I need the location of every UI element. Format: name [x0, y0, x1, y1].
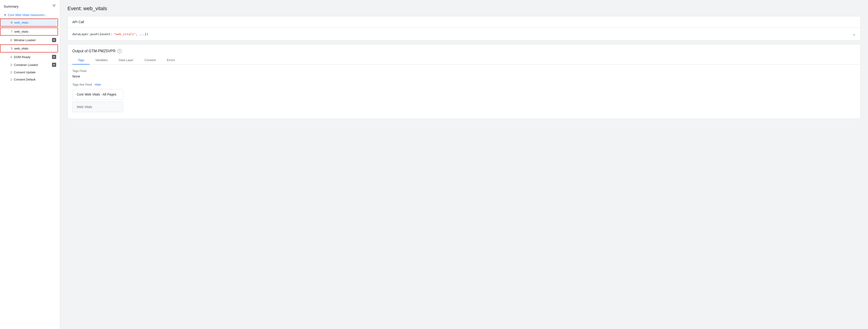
- item-label-4: DOM Ready: [14, 55, 51, 59]
- item-number-2: 2: [7, 71, 12, 74]
- item-label-5: web_vitals: [14, 47, 54, 50]
- chevron-icon: ▼: [4, 13, 6, 17]
- tab-content-tags: Tags Fired None Tags Not Fired Hide Core…: [68, 64, 860, 119]
- output-header: Output of GTM-PMZ5VPR ?: [68, 45, 860, 53]
- tabs-bar: Tags Variables Data Layer Consent Errors: [68, 56, 860, 64]
- output-title: Output of GTM-PMZ5VPR: [72, 49, 116, 53]
- event-icon-6: [52, 38, 56, 42]
- code-suffix: , ...}): [136, 32, 148, 36]
- item-number-3: 3: [7, 63, 12, 66]
- filter-icon[interactable]: [52, 4, 56, 9]
- item-label-3: Container Loaded: [14, 63, 51, 66]
- tab-variables[interactable]: Variables: [90, 56, 113, 64]
- tags-fired-label: Tags Fired: [72, 69, 856, 73]
- item-number-8: 8: [8, 21, 12, 24]
- event-icon-4: [52, 55, 56, 59]
- output-card: Output of GTM-PMZ5VPR ? Tags Variables D…: [67, 44, 861, 119]
- sidebar-group-label: Core Web Vitals measurem...: [8, 13, 47, 17]
- tab-consent[interactable]: Consent: [139, 56, 161, 64]
- sidebar-item-4[interactable]: 4 DOM Ready: [0, 53, 60, 61]
- main-content: Event: web_vitals API Call dataLayer.pus…: [60, 0, 868, 329]
- sidebar-item-3[interactable]: 3 Container Loaded: [0, 61, 60, 69]
- item-number-4: 4: [7, 55, 12, 59]
- sidebar-item-6[interactable]: 6 Window Loaded: [0, 36, 60, 44]
- api-call-body: dataLayer.push({event: "web_vitals", ...…: [68, 28, 860, 40]
- tags-not-fired-row: Tags Not Fired Hide: [72, 83, 856, 86]
- item-label-8: web_vitals: [14, 21, 54, 24]
- tab-data-layer[interactable]: Data Layer: [113, 56, 139, 64]
- sidebar-header: Summary: [0, 4, 60, 12]
- item-label-2: Consent Update: [14, 71, 56, 74]
- sidebar-item-7[interactable]: 7 web_vitals: [0, 28, 58, 35]
- tags-fired-value: None: [72, 75, 856, 78]
- item-number-5: 5: [8, 47, 12, 50]
- tab-tags[interactable]: Tags: [72, 56, 90, 64]
- sidebar-item-5[interactable]: 5 web_vitals: [0, 45, 58, 52]
- page-title: Event: web_vitals: [67, 5, 861, 11]
- tag-cards-list: Core Web Vitals - All Pages Web Vitals: [72, 89, 856, 114]
- item-label-7: web_vitals: [14, 30, 54, 33]
- sidebar-item-8[interactable]: 8 web_vitals: [0, 19, 58, 26]
- tags-not-fired-label: Tags Not Fired: [72, 83, 92, 86]
- sidebar: Summary ▼ Core Web Vitals measurem... 8 …: [0, 0, 60, 329]
- api-call-header: API Call: [68, 17, 860, 28]
- code-prefix: dataLayer.push({event:: [72, 32, 114, 36]
- hide-button[interactable]: Hide: [95, 83, 101, 86]
- sidebar-group-header[interactable]: ▼ Core Web Vitals measurem...: [0, 12, 60, 18]
- item-number-6: 6: [7, 38, 12, 42]
- sidebar-item-2[interactable]: 2 Consent Update: [0, 69, 60, 76]
- tag-card-core-web-vitals[interactable]: Core Web Vitals - All Pages: [72, 89, 123, 100]
- api-call-code: dataLayer.push({event: "web_vitals", ...…: [72, 32, 148, 36]
- sidebar-item-1[interactable]: 1 Consent Default: [0, 76, 60, 83]
- tab-errors[interactable]: Errors: [161, 56, 181, 64]
- api-call-card: API Call dataLayer.push({event: "web_vit…: [67, 16, 861, 40]
- item-label-1: Consent Default: [14, 78, 56, 81]
- expand-icon[interactable]: ⌄: [852, 31, 856, 36]
- item-number-1: 1: [7, 78, 12, 81]
- item-label-6: Window Loaded: [14, 38, 51, 42]
- tag-card-web-vitals[interactable]: Web Vitals: [72, 102, 123, 112]
- event-icon-3: [52, 63, 56, 67]
- help-icon[interactable]: ?: [117, 49, 122, 53]
- code-string: "web_vitals": [114, 32, 136, 36]
- item-number-7: 7: [8, 30, 12, 33]
- sidebar-title: Summary: [4, 4, 19, 8]
